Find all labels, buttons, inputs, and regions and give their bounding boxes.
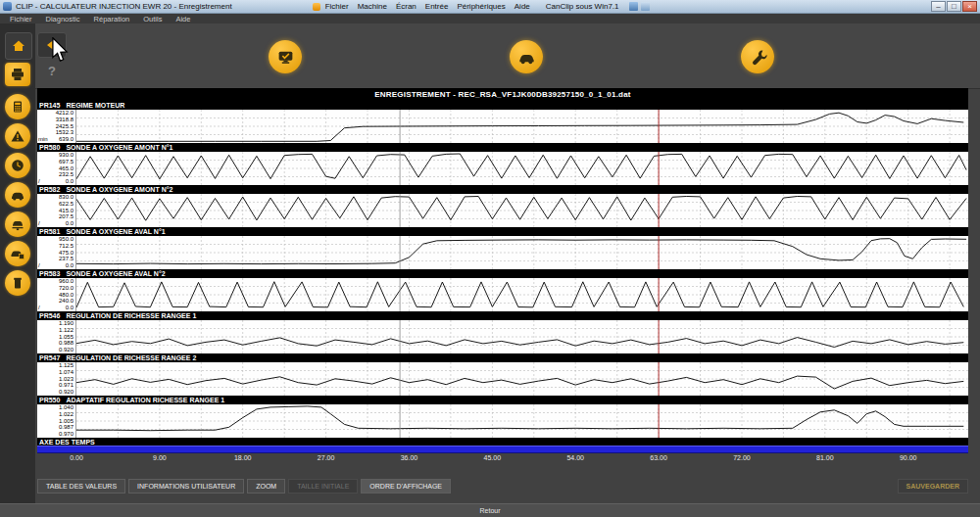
vm-menubar: FichierMachineÉcranEntréePériphériquesAi… (325, 2, 530, 11)
vm-menu-item[interactable]: Entrée (425, 2, 449, 11)
clock-icon (10, 158, 25, 173)
zoom-button[interactable]: ZOOM (247, 479, 285, 494)
y-tick-label: 1.055 (37, 334, 74, 341)
y-tick-label: 0.988 (37, 340, 74, 347)
user-informations-button[interactable]: INFORMATIONS UTILISATEUR (128, 479, 244, 494)
chart-body: 4212.03318.82425.51532.3639.0min (37, 110, 968, 143)
chart-plot[interactable] (76, 236, 968, 269)
y-tick-label: 712.5 (37, 243, 74, 250)
chart-name: SONDE A OXYGENE AMONT N°2 (66, 186, 172, 193)
chart-name: SONDE A OXYGENE AVAL N°2 (66, 270, 165, 277)
chart-code: PR547 (39, 354, 60, 361)
vm-menu-item[interactable]: Périphériques (457, 2, 505, 11)
y-tick-label: 1.023 (37, 376, 74, 383)
time-tick-label: 27.00 (318, 454, 335, 461)
y-tick-label: 0.987 (37, 424, 74, 431)
time-scrollbar[interactable] (37, 446, 968, 453)
y-axis-labels: 960.0720.0480.0240.00.0/ (37, 278, 76, 311)
back-button[interactable] (37, 32, 67, 58)
chart-code: PR580 (39, 144, 60, 151)
home-button[interactable] (5, 32, 32, 60)
chart-plot[interactable] (76, 362, 968, 396)
time-tick-label: 90.00 (900, 454, 917, 461)
y-tick-label: 830.0 (37, 194, 74, 201)
footer-buttons: TABLE DES VALEURSINFORMATIONS UTILISATEU… (37, 479, 451, 494)
vm-menu-item[interactable]: Écran (396, 2, 416, 11)
chart-body: 950.0712.5475.0237.50.0/ (37, 236, 968, 269)
car-icon (517, 48, 536, 67)
y-tick-label: 480.0 (37, 292, 74, 299)
wrench-button[interactable] (741, 40, 774, 73)
minimize-button[interactable]: – (931, 1, 946, 12)
time-tick-label: 63.00 (650, 454, 667, 461)
y-tick-label: 0.0 (37, 178, 74, 185)
chart-code: PR581 (39, 228, 60, 235)
chart-plot[interactable] (76, 404, 968, 438)
maximize-button[interactable]: □ (947, 1, 961, 12)
vm-menu-icon (313, 3, 320, 11)
y-tick-label: 697.5 (37, 159, 74, 165)
chart-plot[interactable] (76, 110, 968, 143)
chart-strip-pr547: PR547REGULATION DE RICHESSE RANGEE 21.12… (37, 353, 968, 396)
y-tick-label: 720.0 (37, 285, 74, 292)
window-title: CLIP - CALCULATEUR INJECTION EWR 20 - En… (16, 2, 232, 11)
oil-filter-button[interactable] (5, 270, 30, 296)
calculator-button[interactable] (5, 94, 30, 119)
app-menu-item[interactable]: Fichier (4, 15, 38, 24)
values-table-button[interactable]: TABLE DES VALEURS (37, 479, 125, 494)
app-menu-item[interactable]: Aide (170, 15, 196, 24)
warning-button[interactable] (5, 123, 30, 149)
time-tick-labels: 0.009.0018.0027.0036.0045.0054.0063.0072… (76, 453, 968, 463)
clock-button[interactable] (5, 153, 30, 178)
y-tick-label: 207.5 (37, 213, 74, 220)
chart-title-bar: PR583SONDE A OXYGENE AVAL N°2 (37, 269, 968, 278)
y-unit-label: / (38, 262, 40, 269)
chart-name: SONDE A OXYGENE AVAL N°1 (66, 228, 165, 235)
chart-plot[interactable] (76, 278, 968, 311)
chart-strip-pr546: PR546REGULATION DE RICHESSE RANGEE 11.19… (37, 311, 968, 353)
chart-name: SONDE A OXYGENE AMONT N°1 (66, 144, 172, 151)
car-button[interactable] (5, 182, 30, 208)
y-tick-label: 1.040 (37, 404, 74, 411)
y-unit-label: / (38, 305, 40, 311)
chart-strip-pr145: PR145REGIME MOTEUR4212.03318.82425.51532… (37, 101, 968, 143)
car-save-button[interactable] (5, 241, 30, 266)
vm-menu-item[interactable]: Aide (514, 2, 530, 11)
back-arrow-icon (44, 37, 60, 53)
app-menu-item[interactable]: Réparation (88, 15, 136, 24)
chart-name: REGULATION DE RICHESSE RANGEE 2 (66, 354, 196, 361)
y-tick-label: 465.0 (37, 165, 74, 172)
network-icon (641, 2, 650, 11)
vm-label: CanClip sous Win7.1 (546, 2, 619, 11)
display-order-button[interactable]: ORDRE D'AFFICHAGE (361, 479, 451, 494)
y-tick-label: 0.920 (37, 389, 74, 396)
y-tick-label: 1.074 (37, 369, 74, 376)
car-lift-button[interactable] (5, 212, 30, 237)
y-tick-label: 1.190 (37, 320, 74, 327)
help-button[interactable]: ? (43, 63, 61, 80)
tray-icons (629, 2, 650, 11)
close-button[interactable]: × (962, 1, 977, 12)
chart-title-bar: PR550ADAPTATIF REGULATION RICHESSE RANGE… (37, 396, 968, 404)
time-tick-label: 36.00 (401, 454, 418, 461)
screen-check-button[interactable] (269, 40, 302, 73)
print-button[interactable] (5, 63, 30, 86)
vm-menu-item[interactable]: Machine (358, 2, 387, 11)
sidebar (0, 24, 35, 504)
chart-plot[interactable] (76, 320, 968, 353)
y-tick-label: 622.5 (37, 201, 74, 208)
app-menu-item[interactable]: Diagnostic (40, 15, 86, 24)
app-menu-item[interactable]: Outils (137, 15, 168, 24)
chart-title-bar: PR145REGIME MOTEUR (37, 101, 968, 110)
save-button[interactable]: SAUVEGARDER (898, 479, 968, 494)
car-button[interactable] (510, 40, 543, 73)
chart-plot[interactable] (76, 194, 968, 227)
chart-name: ADAPTATIF REGULATION RICHESSE RANGEE 1 (66, 397, 224, 403)
initial-size-button[interactable]: TAILLE INITIALE (288, 479, 358, 494)
chart-body: 930.0697.5465.0232.50.0/ (37, 152, 968, 185)
chart-title-bar: PR546REGULATION DE RICHESSE RANGEE 1 (37, 311, 968, 320)
y-tick-label: 1.125 (37, 362, 74, 369)
y-tick-label: 240.0 (37, 298, 74, 305)
vm-menu-item[interactable]: Fichier (325, 2, 349, 11)
chart-plot[interactable] (76, 152, 968, 185)
